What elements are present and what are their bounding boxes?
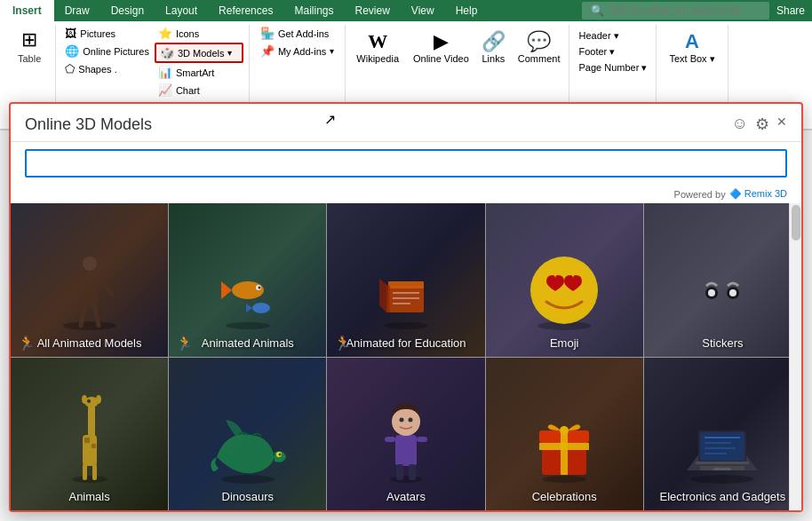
category-animated-models[interactable]: All Animated Models 🏃 bbox=[11, 203, 168, 357]
footer-button[interactable]: Footer ▾ bbox=[575, 44, 650, 59]
my-addins-icon: 📌 bbox=[260, 44, 275, 58]
avatars-figure bbox=[379, 395, 433, 484]
svg-rect-29 bbox=[84, 438, 90, 443]
table-label: Table bbox=[18, 53, 41, 64]
svg-rect-32 bbox=[92, 464, 97, 480]
get-addins-icon: 🏪 bbox=[260, 27, 275, 40]
category-electronics-label: Electronics and Gadgets bbox=[644, 490, 801, 503]
pictures-icon: 🖼 bbox=[65, 27, 76, 40]
shapes-label: Shapes . bbox=[78, 64, 116, 75]
search-box[interactable]: 🔍 bbox=[582, 2, 769, 20]
smartart-button[interactable]: 📊 SmartArt bbox=[155, 64, 243, 81]
celebrations-figure bbox=[529, 404, 600, 484]
dialog-header: Online 3D Models ☺ ⚙ ✕ bbox=[11, 104, 801, 142]
comment-label: Comment bbox=[518, 53, 561, 64]
animated-animals-figure bbox=[212, 259, 283, 330]
smartart-icon: 📊 bbox=[158, 66, 172, 79]
svg-rect-48 bbox=[561, 430, 568, 475]
animated-animals-run-icon: 🏃 bbox=[176, 335, 194, 351]
svg-point-21 bbox=[729, 289, 736, 296]
svg-point-27 bbox=[96, 395, 101, 404]
category-stickers[interactable]: Stickers bbox=[644, 203, 801, 357]
get-addins-button[interactable]: 🏪 Get Add-ins bbox=[255, 25, 339, 42]
tab-design[interactable]: Design bbox=[100, 0, 155, 21]
animated-models-figure bbox=[54, 250, 125, 330]
3d-models-button[interactable]: 🎲 3D Models ▾ bbox=[155, 43, 243, 63]
animated-edu-run-icon: 🏃 bbox=[334, 335, 352, 351]
categories-grid: All Animated Models 🏃 bbox=[11, 203, 801, 510]
tab-mailings[interactable]: Mailings bbox=[283, 0, 344, 21]
pictures-button[interactable]: 🖼 Pictures bbox=[61, 25, 153, 42]
chart-button[interactable]: 📈 Chart bbox=[155, 82, 243, 99]
category-dinosaurs-label: Dinosaurs bbox=[169, 490, 326, 503]
online-pictures-button[interactable]: 🌐 Online Pictures bbox=[61, 43, 153, 59]
text-box-label: Text Box ▾ bbox=[669, 53, 714, 65]
electronics-figure bbox=[682, 422, 762, 484]
svg-point-45 bbox=[542, 476, 586, 483]
category-animated-edu[interactable]: Animated for Education 🏃 bbox=[327, 203, 484, 357]
links-label: Links bbox=[482, 53, 505, 64]
online-video-button[interactable]: ▶ Online Video bbox=[408, 28, 474, 66]
category-dinosaurs[interactable]: Dinosaurs bbox=[169, 358, 326, 511]
category-celebrations[interactable]: Celebrations bbox=[486, 358, 643, 511]
tab-layout[interactable]: Layout bbox=[155, 0, 208, 21]
category-celebrations-label: Celebrations bbox=[486, 490, 643, 503]
header-button[interactable]: Header ▾ bbox=[575, 28, 650, 43]
dialog-search-input[interactable] bbox=[25, 149, 787, 178]
share-button[interactable]: Share bbox=[776, 4, 805, 17]
links-button[interactable]: 🔗 Links bbox=[476, 28, 511, 66]
dialog-settings-icon[interactable]: ⚙ bbox=[755, 114, 769, 134]
category-emoji-label: Emoji bbox=[486, 336, 643, 350]
chart-label: Chart bbox=[176, 85, 200, 96]
category-animals[interactable]: Animals bbox=[11, 358, 168, 511]
dialog-panel: Online 3D Models ☺ ⚙ ✕ Powered by 🔷 Remi… bbox=[9, 102, 803, 512]
dialog-smile-icon[interactable]: ☺ bbox=[732, 114, 748, 134]
my-addins-label: My Add-ins bbox=[278, 46, 326, 57]
scrollbar-thumb[interactable] bbox=[792, 205, 800, 241]
table-icon: ⊞ bbox=[21, 28, 37, 51]
tab-help[interactable]: Help bbox=[445, 0, 489, 21]
online-pictures-icon: 🌐 bbox=[65, 44, 79, 58]
icons-label: Icons bbox=[176, 28, 199, 39]
text-box-button[interactable]: A Text Box ▾ bbox=[662, 28, 721, 67]
my-addins-button[interactable]: 📌 My Add-ins ▾ bbox=[255, 43, 339, 59]
svg-rect-42 bbox=[417, 437, 427, 442]
svg-point-2 bbox=[226, 322, 270, 329]
tab-references[interactable]: References bbox=[208, 0, 283, 21]
svg-rect-44 bbox=[409, 464, 416, 480]
dialog-scrollbar[interactable] bbox=[789, 203, 801, 510]
page-number-button[interactable]: Page Number ▾ bbox=[575, 60, 650, 75]
dialog-close-button[interactable]: ✕ bbox=[776, 114, 787, 134]
links-icon: 🔗 bbox=[482, 30, 506, 53]
online-video-label: Online Video bbox=[413, 53, 469, 64]
tab-draw[interactable]: Draw bbox=[54, 0, 100, 21]
tab-insert[interactable]: Insert bbox=[0, 0, 54, 21]
3d-models-label: 3D Models bbox=[178, 48, 225, 59]
shapes-button[interactable]: ⬠ Shapes . bbox=[61, 60, 153, 77]
svg-rect-24 bbox=[88, 404, 95, 439]
svg-point-36 bbox=[390, 476, 422, 483]
svg-rect-49 bbox=[539, 443, 589, 450]
icons-icon: ⭐ bbox=[158, 27, 172, 40]
search-input[interactable] bbox=[609, 4, 760, 17]
svg-rect-60 bbox=[713, 468, 731, 470]
category-avatars[interactable]: Avatars bbox=[327, 358, 484, 511]
category-emoji[interactable]: Emoji bbox=[486, 203, 643, 357]
animals-figure bbox=[63, 395, 116, 484]
category-animated-animals[interactable]: Animated Animals 🏃 bbox=[169, 203, 326, 357]
comment-icon: 💬 bbox=[527, 30, 551, 53]
comment-button[interactable]: 💬 Comment bbox=[513, 28, 566, 66]
icons-button[interactable]: ⭐ Icons bbox=[155, 25, 243, 42]
3d-models-icon: 🎲 bbox=[160, 46, 174, 59]
tab-view[interactable]: View bbox=[401, 0, 445, 21]
svg-point-35 bbox=[278, 454, 281, 456]
svg-rect-8 bbox=[388, 286, 424, 312]
svg-point-39 bbox=[399, 418, 403, 422]
category-stickers-label: Stickers bbox=[644, 336, 801, 350]
wikipedia-button[interactable]: W Wikipedia bbox=[349, 28, 406, 66]
category-electronics[interactable]: Electronics and Gadgets bbox=[644, 358, 801, 511]
tab-review[interactable]: Review bbox=[344, 0, 400, 21]
svg-point-33 bbox=[221, 475, 275, 484]
dialog-search-area bbox=[11, 142, 801, 185]
dinosaurs-figure bbox=[208, 413, 288, 484]
